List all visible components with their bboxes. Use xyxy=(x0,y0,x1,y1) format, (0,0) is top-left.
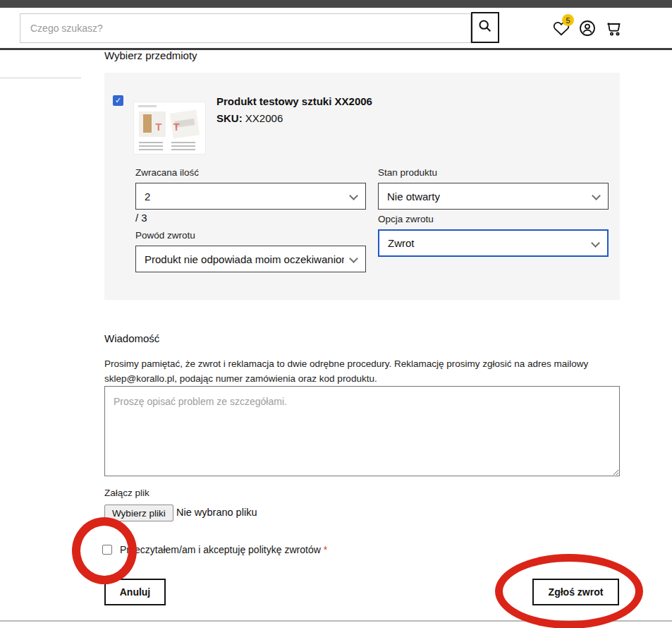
chevron-down-icon xyxy=(349,191,358,200)
attach-file-label: Załącz plik xyxy=(104,488,149,498)
cart-icon xyxy=(605,20,622,37)
condition-label: Stan produktu xyxy=(378,167,437,178)
search-icon xyxy=(477,18,493,37)
sku-label: SKU: xyxy=(216,112,243,124)
wishlist-button[interactable]: 5 xyxy=(553,20,570,37)
return-form-page: 5 Wybierz przedmioty ✓ T T Produkt xyxy=(0,0,672,628)
sku-value: XX2006 xyxy=(245,112,283,124)
sidebar-divider xyxy=(0,78,81,78)
message-heading: Wiadomość xyxy=(104,332,159,344)
account-button[interactable] xyxy=(579,20,596,37)
submit-return-button[interactable]: Zgłoś zwrot xyxy=(532,579,619,605)
product-title: Produkt testowy sztuki XX2006 xyxy=(216,95,372,107)
footer-divider xyxy=(0,620,672,622)
chevron-down-icon xyxy=(349,254,358,263)
condition-select[interactable]: Nie otwarty xyxy=(378,183,609,210)
search-input[interactable] xyxy=(20,13,471,43)
product-checkbox[interactable]: ✓ xyxy=(113,95,123,106)
cart-button[interactable] xyxy=(605,20,622,37)
return-option-select[interactable]: Zwrot xyxy=(378,229,609,257)
quantity-label: Zwracana ilość xyxy=(135,167,199,178)
product-sku: SKU: XX2006 xyxy=(216,112,283,124)
reason-label: Powód zwrotu xyxy=(135,230,195,241)
required-asterisk: * xyxy=(324,544,327,555)
chevron-down-icon xyxy=(591,238,600,248)
header-divider xyxy=(0,48,672,50)
cancel-button[interactable]: Anuluj xyxy=(104,579,166,605)
policy-label: Przeczytałem/am i akceptuję politykę zwr… xyxy=(120,544,327,555)
chevron-down-icon xyxy=(592,191,601,200)
message-textarea[interactable] xyxy=(104,386,620,476)
return-policy-note: Prosimy pamiętać, że zwrot i reklamacja … xyxy=(104,357,626,387)
test-watermark: T T xyxy=(134,121,205,133)
reason-select[interactable]: Produkt nie odpowiada moim oczekiwaniom xyxy=(135,246,366,272)
wishlist-count-badge: 5 xyxy=(562,14,574,26)
quantity-max: / 3 xyxy=(135,212,147,224)
select-items-heading: Wybierz przedmioty xyxy=(104,49,197,61)
user-icon xyxy=(579,20,596,37)
policy-checkbox[interactable] xyxy=(102,545,112,555)
top-bar xyxy=(0,0,672,8)
option-label: Opcja zwrotu xyxy=(378,214,434,224)
choose-files-button[interactable]: Wybierz pliki xyxy=(104,505,173,521)
product-image: T T xyxy=(134,102,205,154)
quantity-select[interactable]: 2 xyxy=(135,183,366,210)
no-file-chosen-text: Nie wybrano pliku xyxy=(176,507,257,518)
search-button[interactable] xyxy=(471,12,499,43)
